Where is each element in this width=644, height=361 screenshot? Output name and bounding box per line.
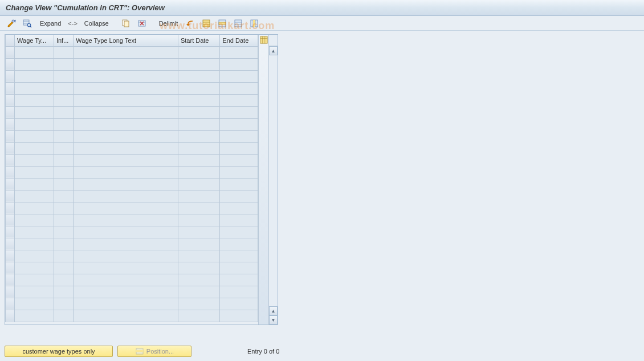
details-button[interactable] (21, 18, 34, 29)
table-cell[interactable] (54, 70, 73, 82)
undo-button[interactable] (184, 18, 197, 29)
table-cell[interactable] (15, 46, 54, 58)
table-cell[interactable] (74, 82, 178, 94)
row-selector[interactable] (6, 178, 15, 190)
table-cell[interactable] (54, 142, 73, 154)
table-cell[interactable] (54, 58, 73, 70)
table-cell[interactable] (54, 310, 73, 322)
table-cell[interactable] (15, 298, 54, 310)
row-selector[interactable] (6, 142, 15, 154)
table-cell[interactable] (220, 70, 258, 82)
table-cell[interactable] (54, 214, 73, 226)
table-cell[interactable] (220, 106, 258, 118)
table-cell[interactable] (74, 142, 178, 154)
row-selector[interactable] (6, 298, 15, 310)
table-cell[interactable] (220, 262, 258, 274)
table-row[interactable] (6, 94, 258, 106)
table-cell[interactable] (220, 298, 258, 310)
table-cell[interactable] (220, 166, 258, 178)
table-cell[interactable] (54, 226, 73, 238)
table-cell[interactable] (15, 106, 54, 118)
table-cell[interactable] (74, 202, 178, 214)
table-cell[interactable] (15, 70, 54, 82)
table-cell[interactable] (74, 178, 178, 190)
table-cell[interactable] (220, 202, 258, 214)
copy-button[interactable] (119, 18, 133, 29)
table-cell[interactable] (54, 178, 73, 190)
collapse-button[interactable]: Collapse (81, 18, 112, 29)
table-cell[interactable] (220, 46, 258, 58)
table-cell[interactable] (220, 118, 258, 130)
table-row[interactable] (6, 154, 258, 166)
table-cell[interactable] (54, 274, 73, 286)
row-selector[interactable] (6, 166, 15, 178)
table-cell[interactable] (74, 250, 178, 262)
table-cell[interactable] (178, 94, 219, 106)
table-cell[interactable] (220, 310, 258, 322)
table-row[interactable] (6, 58, 258, 70)
scroll-up-button[interactable]: ▲ (269, 46, 278, 55)
delete-button[interactable] (135, 18, 149, 29)
table-cell[interactable] (178, 70, 219, 82)
table-row[interactable] (6, 310, 258, 322)
customer-wage-types-button[interactable]: customer wage types only (5, 346, 113, 357)
table-row[interactable] (6, 274, 258, 286)
table-cell[interactable] (15, 214, 54, 226)
table-cell[interactable] (15, 178, 54, 190)
delimit-button[interactable]: Delimit (156, 18, 182, 29)
table-row[interactable] (6, 142, 258, 154)
table-cell[interactable] (54, 46, 73, 58)
table-cell[interactable] (15, 262, 54, 274)
table-cell[interactable] (54, 94, 73, 106)
table-row[interactable] (6, 262, 258, 274)
table-cell[interactable] (220, 190, 258, 202)
table-cell[interactable] (15, 238, 54, 250)
column-header-start-date[interactable]: Start Date (178, 35, 219, 46)
table-cell[interactable] (178, 130, 219, 142)
table-cell[interactable] (178, 118, 219, 130)
row-selector[interactable] (6, 190, 15, 202)
vertical-scrollbar[interactable]: ▲ ▲ ▼ (268, 35, 278, 325)
table-cell[interactable] (178, 226, 219, 238)
table-cell[interactable] (74, 58, 178, 70)
row-selector[interactable] (6, 286, 15, 298)
table-row[interactable] (6, 178, 258, 190)
table-cell[interactable] (178, 250, 219, 262)
table-cell[interactable] (220, 58, 258, 70)
select-block-button[interactable] (215, 18, 229, 29)
table-cell[interactable] (54, 202, 73, 214)
column-header-inf[interactable]: Inf... (54, 35, 73, 46)
table-cell[interactable] (220, 274, 258, 286)
table-cell[interactable] (54, 82, 73, 94)
column-header-wage-type[interactable]: Wage Ty... (15, 35, 54, 46)
column-header-long-text[interactable]: Wage Type Long Text (74, 35, 178, 46)
row-selector[interactable] (6, 238, 15, 250)
position-button[interactable]: Position... (117, 346, 191, 357)
table-cell[interactable] (54, 154, 73, 166)
table-cell[interactable] (74, 274, 178, 286)
table-cell[interactable] (220, 178, 258, 190)
row-selector[interactable] (6, 226, 15, 238)
table-row[interactable] (6, 70, 258, 82)
table-cell[interactable] (54, 130, 73, 142)
table-cell[interactable] (178, 286, 219, 298)
table-cell[interactable] (74, 70, 178, 82)
table-cell[interactable] (74, 310, 178, 322)
table-cell[interactable] (178, 214, 219, 226)
table-row[interactable] (6, 130, 258, 142)
table-row[interactable] (6, 118, 258, 130)
table-row[interactable] (6, 286, 258, 298)
table-cell[interactable] (74, 94, 178, 106)
table-cell[interactable] (74, 262, 178, 274)
table-cell[interactable] (54, 238, 73, 250)
table-row[interactable] (6, 202, 258, 214)
table-cell[interactable] (74, 166, 178, 178)
table-settings-button[interactable] (247, 18, 261, 29)
row-selector[interactable] (6, 250, 15, 262)
row-selector[interactable] (6, 46, 15, 58)
table-cell[interactable] (220, 130, 258, 142)
column-header-end-date[interactable]: End Date (220, 35, 258, 46)
table-row[interactable] (6, 226, 258, 238)
table-cell[interactable] (178, 82, 219, 94)
table-cell[interactable] (74, 106, 178, 118)
